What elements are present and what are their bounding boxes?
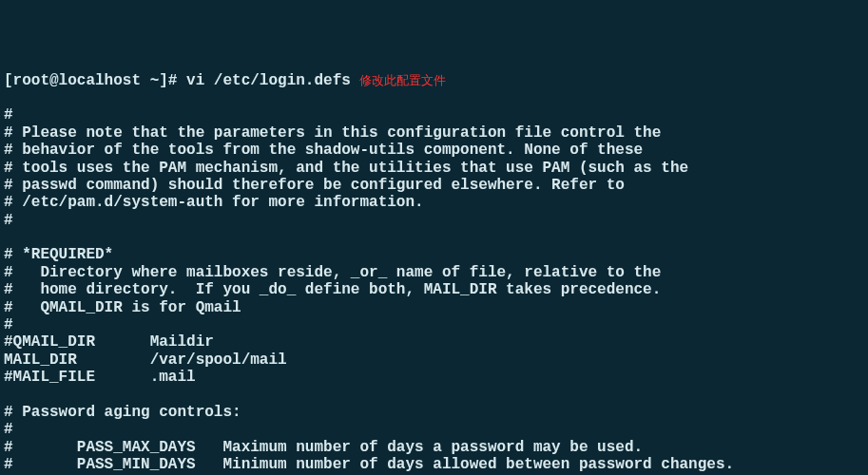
- file-line: # passwd command) should therefore be co…: [4, 177, 864, 194]
- file-line: #: [4, 316, 864, 333]
- command-prompt-line: [root@localhost ~]# vi /etc/login.defs 修…: [4, 72, 864, 89]
- file-line: # PASS_MIN_DAYS Minimum number of days a…: [4, 456, 864, 473]
- file-line: # home directory. If you _do_ define bot…: [4, 281, 864, 298]
- file-line: [4, 229, 864, 246]
- file-line: # tools uses the PAM mechanism, and the …: [4, 160, 864, 177]
- file-line: # /etc/pam.d/system-auth for more inform…: [4, 194, 864, 211]
- file-line: # QMAIL_DIR is for Qmail: [4, 299, 864, 316]
- file-line: [4, 387, 864, 404]
- file-line: #MAIL_FILE .mail: [4, 369, 864, 386]
- file-line: # Please note that the parameters in thi…: [4, 124, 864, 142]
- file-line: MAIL_DIR /var/spool/mail: [4, 352, 864, 369]
- file-line: #: [4, 212, 864, 229]
- file-content: ## Please note that the parameters in th…: [4, 106, 864, 475]
- file-line: #QMAIL_DIR Maildir: [4, 333, 864, 351]
- file-line: # PASS_MAX_DAYS Maximum number of days a…: [4, 439, 864, 456]
- file-line: # Directory where mailboxes reside, _or_…: [4, 264, 864, 281]
- file-line: # *REQUIRED*: [4, 246, 864, 263]
- file-line: # behavior of the tools from the shadow-…: [4, 142, 864, 159]
- file-line: #: [4, 421, 864, 438]
- shell-prompt-command: [root@localhost ~]# vi /etc/login.defs: [4, 72, 359, 89]
- file-line: #: [4, 106, 864, 124]
- file-line: # Password aging controls:: [4, 404, 864, 421]
- annotation-top: 修改此配置文件: [359, 74, 446, 88]
